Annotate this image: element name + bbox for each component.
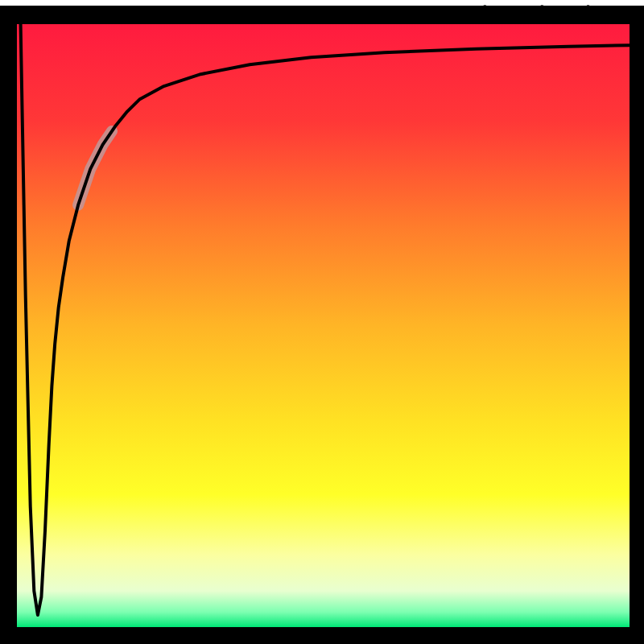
plot-background [17, 24, 630, 627]
chart-stage: TheBottleneck.com [0, 0, 644, 644]
bottleneck-chart [0, 0, 644, 644]
